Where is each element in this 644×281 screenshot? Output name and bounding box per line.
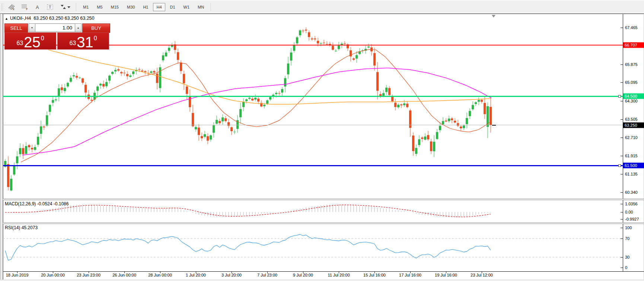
timeframe-W1[interactable]: W1: [180, 3, 193, 11]
price-axis-line[interactable]: [623, 14, 623, 271]
toolbar-separator: [76, 3, 76, 11]
sell-price-tile[interactable]: 63250: [4, 32, 56, 50]
volume-decrease-button[interactable]: ▼: [29, 23, 35, 32]
collapse-arrow-icon[interactable]: ▲: [5, 17, 8, 20]
time-axis-label: 3 Jul 20:00: [221, 273, 242, 277]
timeframe-H4[interactable]: H4: [153, 3, 165, 11]
rsi-axis-tick: [621, 257, 623, 258]
price-axis-label: 64.300: [625, 99, 638, 103]
buy-button[interactable]: BUY: [82, 23, 110, 33]
time-axis-tick: [482, 271, 482, 273]
macd-axis-tick: [621, 219, 623, 220]
new-order-icon[interactable]: E: [5, 3, 18, 12]
sell-price-prefix: 63: [16, 40, 23, 46]
timeframe-group: M1M5M15M30H1H4D1W1MN: [79, 3, 208, 11]
svg-text:F: F: [26, 7, 28, 11]
rsi-axis-tick: [621, 239, 623, 239]
price-axis-tick: [621, 119, 623, 120]
macd-axis-label: 0.00: [625, 210, 633, 214]
sell-price-sup: 0: [41, 35, 44, 41]
price-axis-label: 67.465: [625, 25, 638, 30]
time-axis-label: 23 Jul 12:00: [471, 273, 493, 277]
price-axis-tick: [621, 192, 623, 193]
chart-shift-marker-icon[interactable]: [492, 15, 495, 18]
support-line-blue-handle[interactable]: [618, 164, 621, 167]
time-axis-tick: [339, 271, 339, 273]
buy-price-sup: 0: [94, 35, 97, 41]
sell-price-big: 25: [24, 36, 41, 48]
macd-axis-tick: [621, 212, 623, 212]
price-axis-tick: [621, 138, 623, 138]
pane-separator: [3, 224, 644, 224]
rsi-canvas[interactable]: [3, 224, 623, 271]
time-axis-label: 7 Jul 23:00: [257, 273, 277, 277]
time-axis-label: 23 Jun 23:00: [77, 273, 101, 277]
price-badge-61.500: 61.500: [623, 163, 644, 168]
time-axis-label: 11 Jul 20:00: [328, 273, 350, 277]
last-price-marker: [492, 125, 496, 126]
time-axis-tick: [124, 271, 125, 273]
buy-price-big: 31: [77, 36, 93, 48]
time-axis-label: 26 Jun 00:00: [112, 273, 136, 277]
time-axis-line[interactable]: [3, 271, 644, 272]
price-axis-label: 61.135: [625, 172, 638, 176]
volume-input[interactable]: [35, 23, 75, 32]
timeframe-H1[interactable]: H1: [140, 3, 152, 11]
dock-edge: [2, 14, 3, 281]
macd-canvas[interactable]: [3, 201, 623, 222]
indicator-list-icon[interactable]: F: [19, 3, 31, 12]
price-axis-tick: [621, 156, 623, 156]
timeframe-M30[interactable]: M30: [124, 3, 138, 11]
ohlc-values: 63.250 63.250 63.250 63.250: [31, 16, 94, 21]
toolbar: E F A T: [0, 1, 644, 13]
timeframe-M1[interactable]: M1: [80, 3, 92, 11]
price-badge-66.707: 66.707: [623, 42, 644, 48]
sell-button[interactable]: SELL: [4, 23, 28, 33]
timeframe-M15[interactable]: M15: [108, 3, 122, 11]
rsi-axis-label: 70: [625, 236, 629, 241]
time-axis-label: 9 Jul 20:00: [293, 273, 313, 277]
support-line-green[interactable]: [3, 96, 623, 97]
price-axis-label: 61.915: [625, 154, 638, 158]
rsi-axis-label: 0: [625, 265, 627, 270]
support-line-blue[interactable]: [3, 165, 623, 166]
time-axis-label: 18 Jun 2019: [6, 273, 29, 277]
text-annotation-icon[interactable]: A: [32, 3, 43, 12]
volume-increase-button[interactable]: ▲: [75, 23, 82, 32]
time-axis-label: 20 Jun 00:00: [41, 273, 65, 277]
rsi-axis-tick: [621, 228, 623, 228]
bid-line: [3, 125, 623, 125]
buy-price-prefix: 63: [69, 40, 76, 46]
svg-text:A: A: [36, 4, 39, 10]
objects-dropdown-icon[interactable]: [57, 3, 73, 12]
price-badge-63.250: 63.250: [623, 123, 644, 128]
price-axis-label: 63.505: [625, 117, 638, 121]
price-axis-label: 65.875: [625, 62, 638, 67]
time-axis-tick: [53, 271, 53, 273]
one-click-trade-panel: SELL ▼ ▲ BUY: [4, 23, 110, 32]
price-badge-64.500: 64.500: [623, 94, 644, 99]
rsi-axis-label: 30: [625, 255, 629, 259]
support-line-green-handle[interactable]: [618, 95, 621, 98]
time-axis-label: 15 Jul 16:00: [363, 273, 386, 277]
symbol-period-label: UKOil-,H4: [10, 16, 31, 21]
price-axis-tick: [621, 28, 623, 28]
chart-title: ▲UKOil-,H4 63.250 63.250 63.250 63.250: [5, 16, 94, 21]
timeframe-MN[interactable]: MN: [194, 3, 207, 11]
time-axis-label: 17 Jul 16:00: [399, 273, 421, 277]
text-box-icon[interactable]: T: [44, 3, 57, 12]
time-axis-label: 28 Jun 00:00: [148, 273, 172, 277]
time-axis-tick: [89, 271, 89, 273]
time-axis-tick: [374, 271, 375, 273]
time-axis-tick: [232, 271, 232, 273]
price-axis-label: 60.340: [625, 190, 638, 195]
timeframe-M5[interactable]: M5: [93, 3, 106, 11]
time-axis-tick: [446, 271, 446, 273]
price-axis-tick: [621, 82, 623, 83]
toolbar-drag-handle[interactable]: [1, 3, 3, 11]
pane-separator: [3, 200, 644, 200]
buy-price-tile[interactable]: 63310: [57, 32, 109, 50]
time-axis-tick: [303, 271, 303, 273]
svg-text:E: E: [13, 7, 15, 11]
timeframe-D1[interactable]: D1: [167, 3, 179, 11]
